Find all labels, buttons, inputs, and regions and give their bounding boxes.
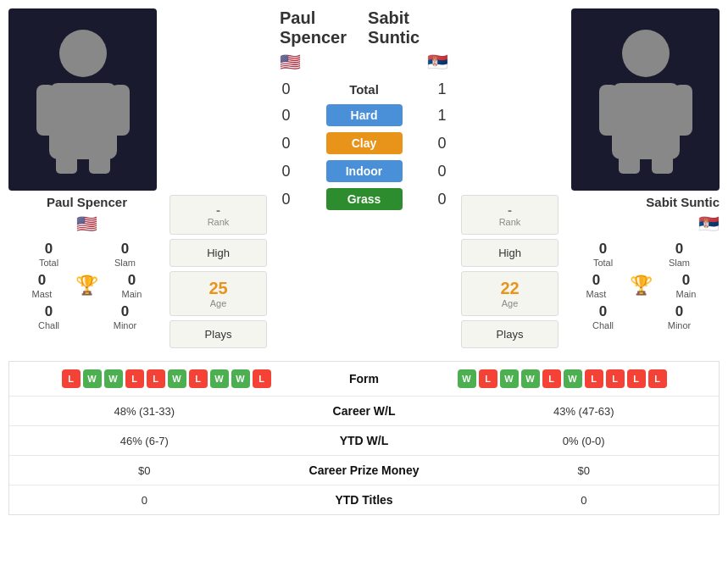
svg-rect-10 (619, 155, 640, 174)
right-stats-grid: 0 Total 0 Slam (563, 241, 720, 268)
left-stat-minor: 0 Minor (89, 303, 161, 330)
form-badge-l: L (479, 369, 497, 388)
form-badge-w: W (500, 369, 519, 388)
score-grass-row: 0 Grass 0 (275, 188, 453, 210)
ytd-titles-row: 0 YTD Titles 0 (9, 485, 719, 514)
clay-right-score: 0 (431, 135, 453, 153)
grass-left-score: 0 (275, 191, 297, 208)
flags-row: 🇺🇸 🇷🇸 (271, 52, 457, 72)
form-row: LWWLLWLWWL Form WLWWLWLLLL (9, 362, 719, 397)
form-badge-l: L (627, 369, 646, 388)
right-trophy-icon: 🏆 (630, 275, 653, 297)
indoor-right-score: 0 (431, 163, 453, 180)
left-trophy-row: 0 Mast 🏆 0 Main (8, 268, 165, 303)
left-flag-center: 🇺🇸 (280, 52, 301, 72)
left-plays-card: Plays (169, 320, 267, 348)
svg-rect-2 (36, 85, 55, 136)
right-stat-minor: 0 Minor (643, 303, 715, 330)
svg-rect-1 (49, 83, 117, 159)
left-stat-total: 0 Total (13, 241, 85, 268)
svg-point-6 (622, 30, 670, 77)
left-flag: 🇺🇸 (8, 214, 165, 234)
right-form-badges: WLWWLWLLLL (458, 369, 711, 388)
career-wl-label: Career W/L (271, 404, 458, 418)
score-indoor-row: 0 Indoor 0 (275, 160, 453, 182)
form-badge-l: L (189, 369, 208, 388)
left-trophy-icon: 🏆 (75, 275, 98, 297)
right-bottom-stats: 0 Chall 0 Minor (563, 303, 720, 330)
svg-rect-11 (652, 155, 673, 174)
left-rank-card: - Rank (169, 195, 267, 235)
prize-money-row: $0 Career Prize Money $0 (9, 456, 719, 485)
form-badge-w: W (458, 369, 476, 388)
form-badge-l: L (606, 369, 625, 388)
left-bottom-stats: 0 Chall 0 Minor (8, 303, 165, 330)
clay-button[interactable]: Clay (326, 132, 403, 154)
left-stats-grid: 0 Total 0 Slam (8, 241, 165, 268)
svg-rect-3 (111, 85, 130, 136)
svg-rect-7 (612, 83, 680, 159)
indoor-left-score: 0 (275, 163, 297, 180)
right-age-card: 22 Age (461, 271, 559, 316)
left-player-photo (8, 8, 157, 191)
right-stat-slam: 0 Slam (643, 241, 715, 268)
prize-label: Career Prize Money (271, 463, 458, 477)
left-stat-slam: 0 Slam (89, 241, 161, 268)
form-badge-w: W (231, 369, 250, 388)
grass-button[interactable]: Grass (326, 188, 403, 210)
hard-right-score: 1 (431, 107, 453, 125)
left-stat-main: 0 Main (103, 272, 161, 299)
right-high-card: High (461, 239, 559, 267)
ytd-titles-label: YTD Titles (271, 493, 458, 507)
right-prize: $0 (458, 464, 711, 477)
svg-point-0 (59, 30, 107, 77)
hard-button[interactable]: Hard (326, 104, 403, 126)
left-stat-mast: 0 Mast (13, 272, 71, 299)
total-left-score: 0 (275, 80, 297, 98)
left-mini-cards: - Rank High 25 Age Plays (165, 191, 271, 352)
right-career-wl: 43% (47-63) (458, 405, 711, 418)
total-label: Total (349, 82, 379, 97)
names-row: Paul Spencer Sabit Suntic (271, 8, 457, 47)
left-prize: $0 (18, 464, 271, 477)
form-badge-l: L (585, 369, 603, 388)
main-container: Paul Spencer 🇺🇸 0 Total 0 Slam 0 Mast (0, 0, 728, 524)
left-player-col: Paul Spencer 🇺🇸 0 Total 0 Slam 0 Mast (8, 8, 165, 352)
form-badge-l: L (648, 369, 667, 388)
bottom-rows: LWWLLWLWWL Form WLWWLWLLLL 48% (31-33) C… (8, 361, 720, 515)
right-stat-main: 0 Main (657, 272, 715, 299)
svg-rect-9 (674, 85, 692, 136)
hard-left-score: 0 (275, 107, 297, 125)
right-player-name: Sabit Suntic (646, 195, 720, 209)
ytd-wl-row: 46% (6-7) YTD W/L 0% (0-0) (9, 426, 719, 456)
grass-right-score: 0 (431, 191, 453, 208)
right-player-photo (571, 8, 720, 191)
form-badge-l: L (62, 369, 81, 388)
form-label: Form (271, 372, 458, 386)
form-badge-w: W (564, 369, 582, 388)
top-section: Paul Spencer 🇺🇸 0 Total 0 Slam 0 Mast (8, 8, 720, 352)
score-hard-row: 0 Hard 1 (275, 104, 453, 126)
right-name-header: Sabit Suntic (368, 8, 448, 47)
left-age-card: 25 Age (169, 271, 267, 316)
left-player-name: Paul Spencer (8, 195, 165, 209)
indoor-button[interactable]: Indoor (326, 160, 403, 182)
right-trophy-row: 0 Mast 🏆 0 Main (563, 268, 720, 303)
form-badge-l: L (147, 369, 165, 388)
form-badge-l: L (125, 369, 144, 388)
score-clay-row: 0 Clay 0 (275, 132, 453, 154)
left-ytd-wl: 46% (6-7) (18, 435, 271, 447)
form-badge-w: W (104, 369, 123, 388)
right-player-col: Sabit Suntic 🇷🇸 0 Total 0 Slam 0 Mast (563, 8, 720, 352)
left-stat-chall: 0 Chall (13, 303, 85, 330)
svg-rect-8 (599, 85, 618, 136)
scores-section: 0 Total 1 0 Hard 1 0 Clay 0 0 (271, 80, 457, 210)
right-stat-total: 0 Total (567, 241, 639, 268)
right-rank-card: - Rank (461, 195, 559, 235)
total-right-score: 1 (431, 80, 453, 98)
right-ytd-titles: 0 (458, 494, 711, 507)
center-col: Paul Spencer Sabit Suntic 🇺🇸 🇷🇸 0 Total … (271, 8, 457, 352)
right-plays-card: Plays (461, 320, 559, 348)
ytd-wl-label: YTD W/L (271, 434, 458, 447)
form-badge-l: L (542, 369, 561, 388)
